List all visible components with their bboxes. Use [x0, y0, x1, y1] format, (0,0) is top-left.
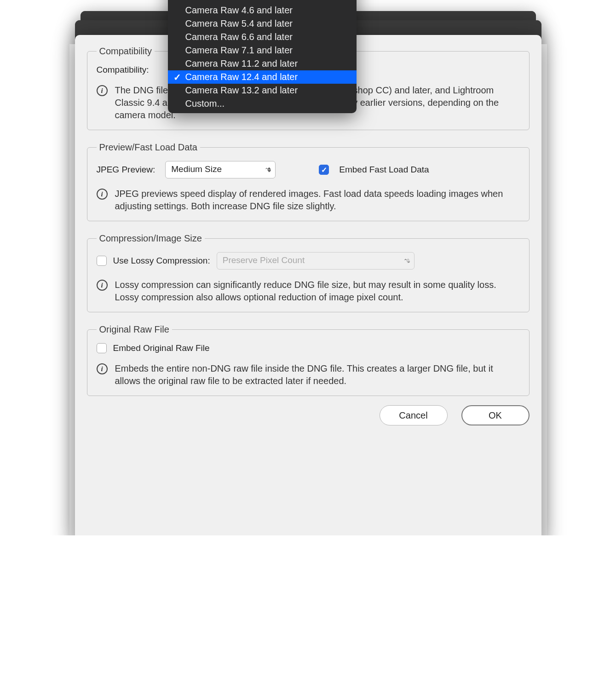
info-icon: i	[97, 363, 108, 374]
compatibility-option[interactable]: Camera Raw 4.6 and later	[168, 4, 357, 17]
lossy-compression-label: Use Lossy Compression:	[113, 256, 210, 266]
preview-info: JPEG previews speed display of rendered …	[115, 188, 520, 212]
preview-legend: Preview/Fast Load Data	[97, 142, 200, 153]
info-icon: i	[97, 85, 108, 96]
compression-legend: Compression/Image Size	[97, 233, 205, 244]
embed-fast-load-checkbox[interactable]	[319, 165, 329, 175]
info-icon: i	[97, 280, 108, 291]
compatibility-option[interactable]: Camera Raw 13.2 and later	[168, 84, 357, 97]
compression-info: Lossy compression can significantly redu…	[115, 279, 520, 304]
pixel-count-select: Preserve Pixel Count	[217, 252, 415, 270]
jpeg-preview-select[interactable]: Medium Size	[165, 161, 276, 178]
cancel-button[interactable]: Cancel	[380, 405, 448, 425]
original-raw-info: Embeds the entire non-DNG raw file insid…	[115, 362, 520, 387]
info-icon: i	[97, 189, 108, 200]
embed-original-checkbox[interactable]	[97, 343, 107, 353]
jpeg-preview-label: JPEG Preview:	[97, 165, 155, 175]
compatibility-option[interactable]: Camera Raw 6.6 and later	[168, 30, 357, 44]
lossy-compression-checkbox[interactable]	[97, 256, 107, 266]
embed-original-label: Embed Original Raw File	[113, 343, 210, 353]
compatibility-option[interactable]: Custom...	[168, 97, 357, 110]
compatibility-label: Compatibility:	[97, 65, 149, 75]
compatibility-option[interactable]: Camera Raw 5.4 and later	[168, 17, 357, 30]
preview-group: Preview/Fast Load Data JPEG Preview: Med…	[87, 142, 530, 221]
ok-button[interactable]: OK	[461, 405, 530, 425]
compatibility-dropdown[interactable]: Camera Raw 2.4 and laterCamera Raw 4.1 a…	[168, 0, 357, 113]
compatibility-option[interactable]: Camera Raw 12.4 and later	[168, 70, 357, 84]
original-raw-group: Original Raw File Embed Original Raw Fil…	[87, 324, 530, 396]
compatibility-option[interactable]: Camera Raw 4.1 and later	[168, 0, 357, 4]
embed-fast-load-label: Embed Fast Load Data	[339, 165, 429, 175]
original-raw-legend: Original Raw File	[97, 324, 172, 335]
compatibility-option[interactable]: Camera Raw 11.2 and later	[168, 57, 357, 70]
compatibility-option[interactable]: Camera Raw 7.1 and later	[168, 44, 357, 57]
compatibility-legend: Compatibility	[97, 46, 155, 57]
compression-group: Compression/Image Size Use Lossy Compres…	[87, 233, 530, 312]
